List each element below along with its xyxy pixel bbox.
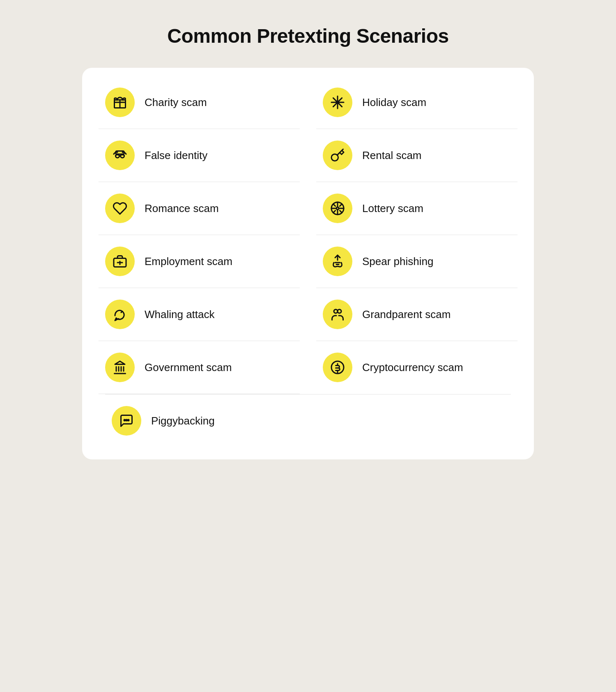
false-identity-label: False identity — [145, 149, 207, 162]
spear-phishing-label: Spear phishing — [362, 255, 433, 268]
svg-line-27 — [340, 210, 342, 212]
people-icon — [330, 307, 345, 322]
left-column: Charity scam False identity — [99, 76, 300, 394]
list-item: Charity scam — [99, 76, 300, 129]
whaling-attack-icon-bg — [105, 300, 135, 329]
romance-scam-label: Romance scam — [145, 202, 219, 215]
holiday-scam-label: Holiday scam — [362, 96, 426, 109]
lottery-scam-label: Lottery scam — [362, 202, 423, 215]
svg-point-35 — [124, 420, 125, 421]
holiday-scam-icon-bg — [323, 88, 352, 117]
lottery-scam-icon-bg — [323, 194, 352, 223]
disguise-icon — [113, 148, 127, 163]
svg-line-26 — [333, 204, 335, 206]
svg-marker-13 — [115, 361, 125, 364]
list-item: Rental scam — [316, 129, 517, 182]
gift-icon — [113, 95, 127, 110]
romance-scam-icon-bg — [105, 194, 135, 223]
employment-scam-icon-bg — [105, 247, 135, 276]
cryptocurrency-scam-icon-bg — [323, 353, 352, 382]
briefcase-icon — [113, 254, 127, 269]
svg-line-28 — [340, 204, 342, 206]
page-title: Common Pretexting Scenarios — [167, 25, 448, 47]
false-identity-icon-bg — [105, 141, 135, 170]
government-scam-label: Government scam — [145, 361, 232, 374]
whaling-attack-label: Whaling attack — [145, 308, 215, 321]
main-card: Charity scam False identity — [82, 68, 534, 459]
heart-icon — [113, 201, 127, 216]
rental-scam-icon-bg — [323, 141, 352, 170]
list-item: Grandparent scam — [316, 288, 517, 341]
list-item: Government scam — [99, 341, 300, 394]
list-item: Holiday scam — [316, 76, 517, 129]
key-icon — [330, 148, 345, 163]
whale-icon — [113, 307, 127, 322]
list-item: Lottery scam — [316, 182, 517, 235]
grandparent-scam-icon-bg — [323, 300, 352, 329]
list-item: Romance scam — [99, 182, 300, 235]
list-item: Employment scam — [99, 235, 300, 288]
charity-scam-icon-bg — [105, 88, 135, 117]
list-item: Piggybacking — [105, 394, 511, 447]
bank-icon — [113, 360, 127, 375]
svg-point-36 — [126, 420, 127, 421]
svg-line-29 — [333, 210, 335, 212]
list-item: Spear phishing — [316, 235, 517, 288]
chat-icon — [119, 413, 134, 428]
svg-point-37 — [128, 420, 129, 421]
spear-phishing-icon-bg — [323, 247, 352, 276]
bottom-section: Piggybacking — [105, 394, 511, 447]
wheel-icon — [330, 201, 345, 216]
grandparent-scam-label: Grandparent scam — [362, 308, 451, 321]
right-column: Holiday scam Rental scam — [316, 76, 517, 394]
items-grid: Charity scam False identity — [99, 76, 517, 394]
fishing-icon — [330, 254, 345, 269]
list-item: Whaling attack — [99, 288, 300, 341]
list-item: False identity — [99, 129, 300, 182]
government-scam-icon-bg — [105, 353, 135, 382]
list-item: Cryptocurrency scam — [316, 341, 517, 394]
rental-scam-label: Rental scam — [362, 149, 422, 162]
employment-scam-label: Employment scam — [145, 255, 232, 268]
svg-point-31 — [338, 309, 341, 313]
crypto-icon — [330, 360, 345, 375]
piggybacking-icon-bg — [112, 406, 141, 436]
cryptocurrency-scam-label: Cryptocurrency scam — [362, 361, 463, 374]
snowflake-icon — [330, 95, 345, 110]
piggybacking-label: Piggybacking — [151, 415, 215, 427]
charity-scam-label: Charity scam — [145, 96, 207, 109]
